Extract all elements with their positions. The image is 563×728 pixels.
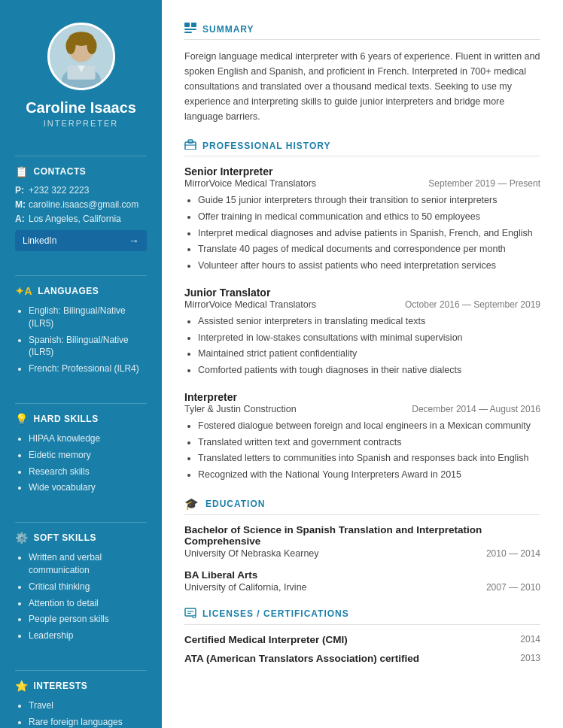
soft-skills-section-title: ⚙️ SOFT SKILLS: [15, 532, 147, 544]
divider: [15, 670, 147, 671]
company-name: MirrorVoice Medical Translators: [184, 299, 316, 310]
edu-entry: BA Liberal Arts University of California…: [184, 569, 540, 593]
languages-section-title: ✦A LANGUAGES: [15, 285, 147, 297]
summary-icon: [184, 23, 196, 35]
sidebar: Caroline Isaacs INTERPRETER 📋 CONTACTS P…: [0, 0, 162, 728]
list-item: Interpreted in low-stakes consultations …: [198, 331, 540, 345]
list-item: People person skills: [29, 613, 147, 626]
email-label: M:: [15, 199, 26, 210]
candidate-title: INTERPRETER: [44, 119, 119, 128]
divider: [15, 156, 147, 156]
job-entry: Junior Translator MirrorVoice Medical Tr…: [184, 287, 540, 378]
hard-skills-section-title: 💡 HARD SKILLS: [15, 413, 147, 425]
hard-skills-icon: 💡: [15, 413, 29, 425]
list-item: Wide vocabulary: [29, 481, 147, 494]
list-item: Eidetic memory: [29, 449, 147, 462]
list-item: Maintained strict patient confidentialit…: [198, 347, 540, 361]
job-title: Interpreter: [184, 391, 540, 403]
edu-degree: BA Liberal Arts: [184, 569, 540, 581]
professional-history-title: PROFESSIONAL HISTORY: [184, 139, 540, 156]
svg-rect-11: [184, 32, 192, 33]
hard-skills-list: HIPAA knowledge Eidetic memory Research …: [15, 432, 147, 494]
list-item: Translated letters to communities into S…: [198, 451, 540, 466]
certifications-title: LICENSES / CERTIFICATIONS: [184, 608, 540, 625]
edu-meta: University Of Nebraska Kearney 2010 — 20…: [184, 548, 540, 559]
list-item: Translated written text and government c…: [198, 435, 540, 450]
divider: [15, 275, 147, 276]
cert-entry: Certified Medical Interpreter (CMI) 2014: [184, 634, 540, 645]
edu-school: University Of Nebraska Kearney: [184, 548, 319, 559]
job-bullets: Guide 15 junior interpreters through the…: [184, 193, 540, 273]
list-item: Fostered dialogue between foreign and lo…: [198, 419, 540, 433]
job-dates: October 2016 — September 2019: [405, 299, 540, 310]
job-dates: December 2014 — August 2016: [412, 404, 540, 414]
contacts-icon: 📋: [15, 165, 29, 177]
interests-section-title: ⭐ INTERESTS: [15, 680, 147, 692]
contacts-section: 📋 CONTACTS P: +232 322 2223 M: caroline.…: [0, 139, 162, 259]
address-value: Los Angeles, California: [29, 214, 121, 224]
cert-name: ATA (American Translators Association) c…: [184, 653, 419, 664]
professional-icon: [184, 139, 196, 152]
summary-text: Foreign language medical interpreter wit…: [184, 49, 540, 124]
job-title: Junior Translator: [184, 287, 540, 299]
contacts-section-title: 📋 CONTACTS: [15, 165, 147, 177]
languages-section: ✦A LANGUAGES English: Bilingual/Native (…: [0, 259, 162, 387]
svg-point-4: [65, 38, 75, 54]
edu-entry: Bachelor of Science in Spanish Translati…: [184, 524, 540, 559]
cert-year: 2013: [520, 653, 540, 663]
job-bullets: Assisted senior interpreters in translat…: [184, 314, 540, 378]
list-item: Research skills: [29, 466, 147, 478]
svg-rect-8: [184, 23, 190, 27]
phone-value: +232 322 2223: [29, 185, 89, 196]
company-name: Tyler & Justin Construction: [184, 404, 297, 414]
languages-list: English: Bilingual/Native (ILR5) Spanish…: [15, 305, 147, 375]
list-item: Leadership: [29, 629, 147, 642]
address-label: A:: [15, 214, 26, 224]
svg-rect-15: [185, 608, 196, 616]
list-item: Offer training in medical communication …: [198, 210, 540, 224]
linkedin-button[interactable]: LinkedIn →: [15, 230, 147, 251]
divider: [15, 403, 147, 404]
edu-degree: Bachelor of Science in Spanish Translati…: [184, 524, 540, 547]
address-row: A: Los Angeles, California: [15, 214, 147, 224]
cert-entry: ATA (American Translators Association) c…: [184, 653, 540, 664]
resume-container: Caroline Isaacs INTERPRETER 📋 CONTACTS P…: [0, 0, 563, 728]
job-dates: September 2019 — Present: [428, 178, 540, 189]
svg-point-5: [87, 38, 96, 54]
divider: [15, 522, 147, 523]
job-entry: Senior Interpreter MirrorVoice Medical T…: [184, 165, 540, 273]
list-item: Spanish: Bilingual/Native (ILR5): [29, 334, 147, 359]
edu-dates: 2010 — 2014: [486, 548, 540, 559]
linkedin-arrow-icon: →: [129, 235, 139, 247]
list-item: Translate 40 pages of medical documents …: [198, 242, 540, 256]
email-row: M: caroline.isaacs@gmail.com: [15, 199, 147, 210]
job-title: Senior Interpreter: [184, 165, 540, 177]
education-icon: 🎓: [184, 497, 199, 511]
cert-icon: [184, 608, 196, 620]
list-item: HIPAA knowledge: [29, 432, 147, 445]
cert-name: Certified Medical Interpreter (CMI): [184, 634, 348, 645]
list-item: Recognized with the National Young Inter…: [198, 468, 540, 482]
hard-skills-section: 💡 HARD SKILLS HIPAA knowledge Eidetic me…: [0, 387, 162, 505]
list-item: Interpret medical diagnoses and advise p…: [198, 226, 540, 241]
list-item: Rare foreign languages: [29, 716, 147, 728]
list-item: Travel: [29, 699, 147, 712]
svg-rect-9: [191, 23, 196, 27]
soft-skills-section: ⚙️ SOFT SKILLS Written and verbal commun…: [0, 505, 162, 654]
edu-dates: 2007 — 2010: [486, 582, 540, 593]
edu-meta: University of California, Irvine 2007 — …: [184, 582, 540, 593]
interests-icon: ⭐: [15, 680, 29, 692]
list-item: Written and verbal communication: [29, 551, 147, 577]
avatar-section: Caroline Isaacs INTERPRETER: [14, 0, 148, 139]
certifications-section: LICENSES / CERTIFICATIONS Certified Medi…: [184, 608, 540, 664]
soft-skills-list: Written and verbal communication Critica…: [15, 551, 147, 642]
list-item: Volunteer after hours to assist patients…: [198, 259, 540, 273]
soft-skills-icon: ⚙️: [15, 532, 29, 544]
list-item: Assisted senior interpreters in translat…: [198, 314, 540, 329]
professional-history-section: PROFESSIONAL HISTORY Senior Interpreter …: [184, 139, 540, 482]
list-item: French: Professional (ILR4): [29, 362, 147, 375]
avatar: [47, 23, 115, 90]
phone-label: P:: [15, 185, 26, 196]
job-bullets: Fostered dialogue between foreign and lo…: [184, 419, 540, 482]
list-item: Attention to detail: [29, 597, 147, 610]
